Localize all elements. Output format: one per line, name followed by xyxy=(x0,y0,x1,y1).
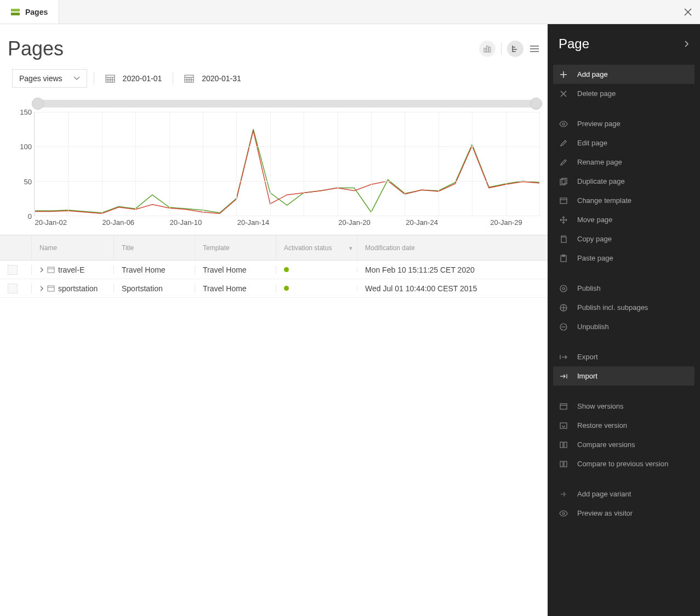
svg-rect-47 xyxy=(560,404,567,409)
x-axis-tick: 20-Jan-29 xyxy=(490,218,522,227)
action-delete-page[interactable]: Delete page xyxy=(553,84,695,103)
panel-title: Page xyxy=(559,36,589,52)
main-content: Pages xyxy=(0,24,548,616)
action-change-template[interactable]: Change template xyxy=(553,191,695,210)
tree-view-button[interactable] xyxy=(507,41,523,57)
x-axis-tick: 20-Jan-02 xyxy=(35,218,67,227)
compare-icon xyxy=(559,442,568,448)
action-compare-previous[interactable]: Compare to previous version xyxy=(553,454,695,473)
svg-rect-5 xyxy=(487,46,488,52)
action-edit-page[interactable]: Edit page xyxy=(553,133,695,152)
table-header-check xyxy=(0,235,32,260)
view-controls-divider xyxy=(501,43,502,55)
unpublish-icon xyxy=(559,323,568,331)
row-expander[interactable] xyxy=(39,267,44,273)
variant-icon xyxy=(559,490,568,498)
table-header-activation[interactable]: ▾ xyxy=(276,235,357,260)
action-duplicate-page[interactable]: Duplicate page xyxy=(553,172,695,191)
row-checkbox[interactable] xyxy=(8,284,18,293)
export-icon xyxy=(559,354,568,360)
action-label: Publish xyxy=(577,284,601,292)
range-slider-track[interactable] xyxy=(34,100,540,108)
table-row[interactable]: sportstationSportstationTravel HomeWed J… xyxy=(0,279,548,298)
y-axis-tick: 0 xyxy=(28,212,32,221)
action-add-page[interactable]: Add page xyxy=(553,65,695,84)
action-label: Import xyxy=(577,372,597,380)
svg-rect-52 xyxy=(560,461,563,467)
action-rename-page[interactable]: Rename page xyxy=(553,152,695,172)
tab-bar: Pages xyxy=(0,0,700,24)
action-publish[interactable]: Publish xyxy=(553,279,695,298)
table-header-modification[interactable] xyxy=(357,235,548,260)
table-header-row: ▾ xyxy=(0,235,548,261)
action-preview-page[interactable]: Preview page xyxy=(553,114,695,133)
view-controls xyxy=(479,41,540,57)
action-label: Move page xyxy=(577,216,612,224)
action-paste-page[interactable]: Paste page xyxy=(553,248,695,268)
action-move-page[interactable]: Move page xyxy=(553,210,695,229)
row-title: Sportstation xyxy=(114,284,195,293)
y-axis-tick: 100 xyxy=(20,143,32,151)
row-modified: Mon Feb 10 15:11:25 CET 2020 xyxy=(357,265,548,274)
action-label: Compare versions xyxy=(577,440,635,449)
x-axis-tick: 20-Jan-24 xyxy=(406,218,438,227)
svg-rect-0 xyxy=(11,9,20,12)
list-view-button[interactable] xyxy=(529,43,540,54)
date-start-picker[interactable]: 2020-01-01 xyxy=(101,69,167,88)
bar-chart-view-button[interactable] xyxy=(479,41,496,57)
table-header-name[interactable] xyxy=(32,235,114,260)
table-header-title[interactable] xyxy=(114,235,195,260)
pencil-icon xyxy=(559,159,568,166)
row-modified: Wed Jul 01 10:44:00 CEST 2015 xyxy=(357,284,548,293)
action-label: Rename page xyxy=(577,158,622,166)
action-label: Change template xyxy=(577,196,631,205)
action-export[interactable]: Export xyxy=(553,347,695,366)
column-name-filter[interactable] xyxy=(39,244,106,252)
panel-collapse-button[interactable] xyxy=(684,40,689,48)
status-dot-active xyxy=(284,267,289,272)
range-slider-handle-end[interactable] xyxy=(530,98,542,110)
copy-icon xyxy=(559,235,568,243)
svg-rect-6 xyxy=(489,47,491,52)
action-label: Duplicate page xyxy=(577,177,625,185)
column-title-filter[interactable] xyxy=(122,244,187,252)
svg-rect-1 xyxy=(11,13,20,15)
range-slider-handle-start[interactable] xyxy=(32,98,44,110)
column-modification-filter[interactable] xyxy=(365,244,540,252)
tab-close-button[interactable] xyxy=(681,5,695,19)
svg-rect-51 xyxy=(564,442,567,448)
action-restore-version[interactable]: Restore version xyxy=(553,416,695,435)
action-label: Compare to previous version xyxy=(577,460,668,468)
svg-rect-22 xyxy=(48,267,54,273)
row-activation xyxy=(276,286,357,291)
row-expander[interactable] xyxy=(39,286,44,291)
svg-point-41 xyxy=(562,287,565,290)
restore-icon xyxy=(559,422,568,429)
action-unpublish[interactable]: Unpublish xyxy=(553,317,695,336)
table-row[interactable]: travel-ETravel HomeTravel HomeMon Feb 10… xyxy=(0,261,548,279)
svg-rect-24 xyxy=(48,286,54,291)
action-preview-visitor[interactable]: Preview as visitor xyxy=(553,504,695,523)
metric-select[interactable]: Pages views xyxy=(12,69,87,88)
calendar-icon xyxy=(105,74,115,83)
action-compare-versions[interactable]: Compare versions xyxy=(553,435,695,454)
tab-pages[interactable]: Pages xyxy=(0,0,59,24)
svg-point-54 xyxy=(562,512,565,515)
action-show-versions[interactable]: Show versions xyxy=(553,397,695,416)
action-import[interactable]: Import xyxy=(553,366,695,386)
publish-tree-icon xyxy=(559,304,568,312)
chart-series-red xyxy=(35,131,539,213)
column-template-filter[interactable] xyxy=(203,244,268,252)
row-name-label: sportstation xyxy=(58,284,98,293)
x-axis-tick: 20-Jan-14 xyxy=(237,218,270,227)
table-header-template[interactable] xyxy=(195,235,276,260)
column-activation-filter[interactable] xyxy=(284,244,349,252)
tab-label: Pages xyxy=(25,8,48,16)
action-copy-page[interactable]: Copy page xyxy=(553,229,695,248)
action-add-variant[interactable]: Add page variant xyxy=(553,484,695,504)
close-icon xyxy=(559,91,568,97)
row-checkbox[interactable] xyxy=(8,265,18,275)
action-label: Publish incl. subpages xyxy=(577,303,648,312)
action-publish-subpages[interactable]: Publish incl. subpages xyxy=(553,298,695,317)
date-end-picker[interactable]: 2020-01-31 xyxy=(180,69,246,88)
